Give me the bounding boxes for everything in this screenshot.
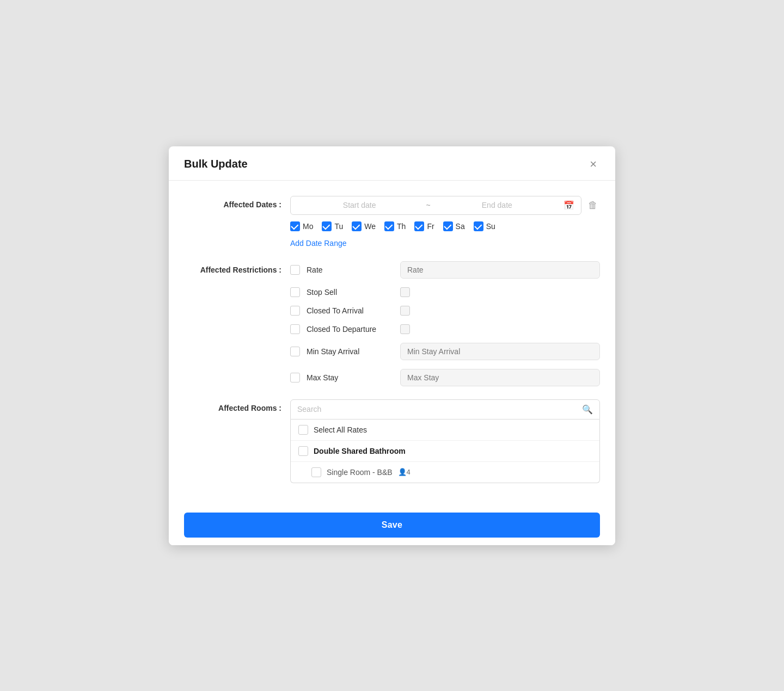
modal-header: Bulk Update × (169, 146, 615, 181)
affected-rooms-row: Affected Rooms : 🔍 Select All Rates Doub… (184, 399, 600, 483)
list-item-double-shared: Double Shared Bathroom (291, 441, 599, 462)
restriction-value-closed-to-arrival[interactable] (400, 306, 410, 316)
restriction-checkbox-rate[interactable] (290, 265, 300, 275)
day-checkbox-fr[interactable] (414, 221, 424, 231)
restriction-label-closed-to-departure: Closed To Departure (307, 325, 394, 334)
restriction-label-closed-to-arrival: Closed To Arrival (307, 306, 394, 315)
restriction-label-rate: Rate (307, 266, 394, 274)
restrictions-list: Rate Stop Sell Closed To Arrival (290, 261, 600, 386)
single-room-bb-checkbox[interactable] (311, 467, 321, 477)
date-tilde: ~ (426, 201, 430, 209)
restriction-value-stop-sell[interactable] (400, 287, 410, 297)
day-label-fr: Fr (427, 222, 434, 231)
day-item-tu: Tu (322, 221, 343, 231)
select-all-checkbox[interactable] (298, 425, 308, 435)
date-range-wrapper: Start date ~ End date 📅 🗑 (290, 196, 600, 215)
restriction-row-stop-sell: Stop Sell (290, 287, 600, 297)
modal-footer: Save (169, 505, 615, 545)
affected-dates-content: Start date ~ End date 📅 🗑 Mo (290, 196, 600, 248)
affected-dates-row: Affected Dates : Start date ~ End date 📅… (184, 196, 600, 248)
date-range-input[interactable]: Start date ~ End date 📅 (290, 196, 581, 215)
restriction-checkbox-closed-to-departure[interactable] (290, 324, 300, 334)
restriction-row-rate: Rate (290, 261, 600, 279)
day-label-th: Th (397, 222, 406, 231)
trash-icon: 🗑 (588, 200, 598, 211)
restriction-input-min-stay-arrival[interactable] (400, 343, 600, 360)
list-item-select-all: Select All Rates (291, 419, 599, 441)
day-checkbox-th[interactable] (384, 221, 394, 231)
day-checkbox-sa[interactable] (443, 221, 453, 231)
delete-date-range-button[interactable]: 🗑 (586, 198, 600, 213)
start-date-placeholder: Start date (297, 201, 421, 209)
restriction-input-max-stay[interactable] (400, 369, 600, 386)
rooms-list: Select All Rates Double Shared Bathroom … (290, 419, 600, 483)
restriction-value-closed-to-departure[interactable] (400, 324, 410, 334)
day-item-we: We (352, 221, 376, 231)
day-label-tu: Tu (334, 222, 343, 231)
day-item-th: Th (384, 221, 406, 231)
restriction-label-stop-sell: Stop Sell (307, 288, 394, 297)
double-shared-label: Double Shared Bathroom (314, 447, 406, 455)
double-shared-checkbox[interactable] (298, 446, 308, 456)
day-label-su: Su (486, 222, 495, 231)
day-checkbox-tu[interactable] (322, 221, 332, 231)
affected-restrictions-row: Affected Restrictions : Rate Stop Sell (184, 261, 600, 386)
day-checkbox-su[interactable] (474, 221, 483, 231)
rooms-search-input[interactable] (297, 405, 582, 414)
add-date-range-button[interactable]: Add Date Range (290, 239, 347, 248)
restriction-label-max-stay: Max Stay (307, 373, 394, 382)
affected-restrictions-label: Affected Restrictions : (184, 261, 290, 274)
day-label-sa: Sa (456, 222, 465, 231)
save-button[interactable]: Save (184, 513, 600, 538)
restriction-row-closed-to-arrival: Closed To Arrival (290, 306, 600, 316)
restriction-row-min-stay-arrival: Min Stay Arrival (290, 343, 600, 360)
restriction-label-min-stay-arrival: Min Stay Arrival (307, 347, 394, 356)
day-item-sa: Sa (443, 221, 465, 231)
restriction-checkbox-closed-to-arrival[interactable] (290, 306, 300, 316)
day-checkbox-we[interactable] (352, 221, 362, 231)
search-icon: 🔍 (582, 404, 593, 415)
single-room-bb-label: Single Room - B&B (327, 468, 393, 477)
restriction-checkbox-min-stay-arrival[interactable] (290, 347, 300, 356)
modal-body: Affected Dates : Start date ~ End date 📅… (169, 181, 615, 505)
day-label-we: We (364, 222, 376, 231)
close-button[interactable]: × (586, 157, 600, 171)
affected-rooms-label: Affected Rooms : (184, 399, 290, 412)
restriction-input-rate[interactable] (400, 261, 600, 279)
modal-title: Bulk Update (184, 158, 248, 170)
restriction-row-max-stay: Max Stay (290, 369, 600, 386)
select-all-label: Select All Rates (314, 425, 367, 434)
day-item-fr: Fr (414, 221, 434, 231)
restriction-checkbox-max-stay[interactable] (290, 373, 300, 382)
bulk-update-modal: Bulk Update × Affected Dates : Start dat… (169, 146, 615, 545)
day-label-mo: Mo (303, 222, 313, 231)
affected-rooms-content: 🔍 Select All Rates Double Shared Bathroo… (290, 399, 600, 483)
affected-dates-label: Affected Dates : (184, 196, 290, 209)
rooms-search-wrapper: 🔍 (290, 399, 600, 419)
day-item-su: Su (474, 221, 495, 231)
day-item-mo: Mo (290, 221, 313, 231)
day-checkbox-mo[interactable] (290, 221, 300, 231)
restriction-checkbox-stop-sell[interactable] (290, 287, 300, 297)
person-icon: 👤4 (398, 468, 411, 476)
affected-restrictions-content: Rate Stop Sell Closed To Arrival (290, 261, 600, 386)
calendar-icon: 📅 (564, 200, 574, 211)
list-item-single-room-bb: Single Room - B&B 👤4 (291, 462, 599, 483)
restriction-row-closed-to-departure: Closed To Departure (290, 324, 600, 334)
days-row: Mo Tu We Th (290, 221, 600, 231)
end-date-placeholder: End date (435, 201, 559, 209)
